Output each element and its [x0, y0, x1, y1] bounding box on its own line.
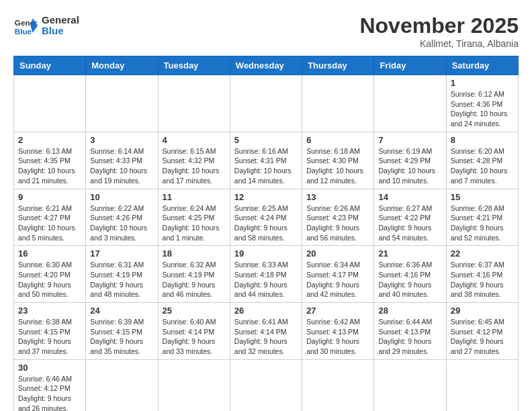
- calendar-header: SundayMondayTuesdayWednesdayThursdayFrid…: [14, 56, 519, 75]
- day-number: 2: [18, 135, 81, 145]
- week-row-2: 9Sunrise: 6:21 AM Sunset: 4:27 PM Daylig…: [14, 189, 519, 246]
- column-header-tuesday: Tuesday: [158, 56, 230, 75]
- day-number: 16: [18, 248, 81, 259]
- day-number: 28: [378, 306, 441, 316]
- day-number: 6: [306, 135, 369, 145]
- day-info: Sunrise: 6:22 AM Sunset: 4:26 PM Dayligh…: [90, 203, 153, 243]
- day-info: Sunrise: 6:36 AM Sunset: 4:16 PM Dayligh…: [378, 260, 441, 300]
- day-cell: 9Sunrise: 6:21 AM Sunset: 4:27 PM Daylig…: [14, 189, 86, 246]
- week-row-3: 16Sunrise: 6:30 AM Sunset: 4:20 PM Dayli…: [14, 246, 519, 303]
- week-row-0: 1Sunrise: 6:12 AM Sunset: 4:36 PM Daylig…: [14, 75, 519, 132]
- day-number: 26: [234, 306, 298, 316]
- day-cell: 3Sunrise: 6:14 AM Sunset: 4:33 PM Daylig…: [86, 132, 158, 189]
- location-subtitle: Kallmet, Tirana, Albania: [359, 38, 519, 49]
- column-header-sunday: Sunday: [14, 56, 86, 75]
- day-number: 19: [234, 248, 298, 259]
- day-cell: [86, 75, 158, 132]
- calendar-table: SundayMondayTuesdayWednesdayThursdayFrid…: [13, 56, 519, 411]
- day-info: Sunrise: 6:18 AM Sunset: 4:30 PM Dayligh…: [306, 146, 369, 186]
- day-number: 15: [451, 192, 514, 202]
- day-info: Sunrise: 6:20 AM Sunset: 4:28 PM Dayligh…: [451, 146, 514, 186]
- column-header-monday: Monday: [86, 56, 158, 75]
- day-info: Sunrise: 6:26 AM Sunset: 4:23 PM Dayligh…: [306, 203, 369, 243]
- day-cell: 8Sunrise: 6:20 AM Sunset: 4:28 PM Daylig…: [446, 132, 518, 189]
- day-cell: 30Sunrise: 6:46 AM Sunset: 4:12 PM Dayli…: [14, 359, 86, 411]
- day-number: 5: [234, 135, 298, 145]
- day-info: Sunrise: 6:32 AM Sunset: 4:19 PM Dayligh…: [163, 260, 226, 300]
- day-info: Sunrise: 6:39 AM Sunset: 4:15 PM Dayligh…: [90, 317, 153, 357]
- day-number: 11: [163, 192, 226, 202]
- day-cell: [230, 75, 302, 132]
- day-cell: 13Sunrise: 6:26 AM Sunset: 4:23 PM Dayli…: [302, 189, 374, 246]
- logo-general-text: General: [42, 15, 79, 26]
- column-header-friday: Friday: [374, 56, 446, 75]
- day-cell: 27Sunrise: 6:42 AM Sunset: 4:13 PM Dayli…: [302, 303, 374, 360]
- day-cell: 14Sunrise: 6:27 AM Sunset: 4:22 PM Dayli…: [374, 189, 446, 246]
- day-cell: [302, 75, 374, 132]
- logo: General Blue General Blue: [13, 13, 79, 38]
- day-cell: 16Sunrise: 6:30 AM Sunset: 4:20 PM Dayli…: [14, 246, 86, 303]
- day-info: Sunrise: 6:13 AM Sunset: 4:35 PM Dayligh…: [18, 146, 81, 186]
- day-cell: 19Sunrise: 6:33 AM Sunset: 4:18 PM Dayli…: [230, 246, 302, 303]
- day-cell: [374, 75, 446, 132]
- day-info: Sunrise: 6:19 AM Sunset: 4:29 PM Dayligh…: [378, 146, 441, 186]
- day-info: Sunrise: 6:14 AM Sunset: 4:33 PM Dayligh…: [90, 146, 153, 186]
- day-cell: 2Sunrise: 6:13 AM Sunset: 4:35 PM Daylig…: [14, 132, 86, 189]
- day-info: Sunrise: 6:41 AM Sunset: 4:14 PM Dayligh…: [234, 317, 298, 357]
- day-info: Sunrise: 6:15 AM Sunset: 4:32 PM Dayligh…: [163, 146, 226, 186]
- day-number: 27: [306, 306, 369, 316]
- day-number: 1: [451, 78, 514, 88]
- day-cell: 6Sunrise: 6:18 AM Sunset: 4:30 PM Daylig…: [302, 132, 374, 189]
- day-cell: [446, 359, 518, 411]
- day-number: 4: [163, 135, 226, 145]
- day-cell: [302, 359, 374, 411]
- day-cell: 28Sunrise: 6:44 AM Sunset: 4:13 PM Dayli…: [374, 303, 446, 360]
- day-cell: 1Sunrise: 6:12 AM Sunset: 4:36 PM Daylig…: [446, 75, 518, 132]
- day-info: Sunrise: 6:40 AM Sunset: 4:14 PM Dayligh…: [163, 317, 226, 357]
- day-number: 23: [18, 306, 81, 316]
- day-cell: [230, 359, 302, 411]
- day-cell: [158, 359, 230, 411]
- day-cell: 11Sunrise: 6:24 AM Sunset: 4:25 PM Dayli…: [158, 189, 230, 246]
- day-cell: 23Sunrise: 6:38 AM Sunset: 4:15 PM Dayli…: [14, 303, 86, 360]
- day-number: 22: [451, 248, 514, 259]
- day-number: 25: [163, 306, 226, 316]
- day-cell: 15Sunrise: 6:28 AM Sunset: 4:21 PM Dayli…: [446, 189, 518, 246]
- day-info: Sunrise: 6:42 AM Sunset: 4:13 PM Dayligh…: [306, 317, 369, 357]
- day-cell: 22Sunrise: 6:37 AM Sunset: 4:16 PM Dayli…: [446, 246, 518, 303]
- week-row-1: 2Sunrise: 6:13 AM Sunset: 4:35 PM Daylig…: [14, 132, 519, 189]
- logo-icon: General Blue: [13, 13, 38, 38]
- day-number: 9: [18, 192, 81, 202]
- day-cell: 21Sunrise: 6:36 AM Sunset: 4:16 PM Dayli…: [374, 246, 446, 303]
- day-number: 8: [451, 135, 514, 145]
- day-cell: 17Sunrise: 6:31 AM Sunset: 4:19 PM Dayli…: [86, 246, 158, 303]
- day-cell: [86, 359, 158, 411]
- day-cell: 29Sunrise: 6:45 AM Sunset: 4:12 PM Dayli…: [446, 303, 518, 360]
- day-number: 29: [451, 306, 514, 316]
- day-cell: 4Sunrise: 6:15 AM Sunset: 4:32 PM Daylig…: [158, 132, 230, 189]
- day-info: Sunrise: 6:16 AM Sunset: 4:31 PM Dayligh…: [234, 146, 298, 186]
- column-header-saturday: Saturday: [446, 56, 518, 75]
- title-section: November 2025 Kallmet, Tirana, Albania: [359, 13, 519, 49]
- day-number: 24: [90, 306, 153, 316]
- day-cell: 25Sunrise: 6:40 AM Sunset: 4:14 PM Dayli…: [158, 303, 230, 360]
- week-row-4: 23Sunrise: 6:38 AM Sunset: 4:15 PM Dayli…: [14, 303, 519, 360]
- day-cell: 7Sunrise: 6:19 AM Sunset: 4:29 PM Daylig…: [374, 132, 446, 189]
- day-number: 3: [90, 135, 153, 145]
- svg-text:Blue: Blue: [15, 27, 32, 36]
- day-cell: 5Sunrise: 6:16 AM Sunset: 4:31 PM Daylig…: [230, 132, 302, 189]
- logo-blue-text: Blue: [42, 26, 79, 37]
- day-number: 13: [306, 192, 369, 202]
- day-info: Sunrise: 6:27 AM Sunset: 4:22 PM Dayligh…: [378, 203, 441, 243]
- day-number: 20: [306, 248, 369, 259]
- day-number: 17: [90, 248, 153, 259]
- calendar-body: 1Sunrise: 6:12 AM Sunset: 4:36 PM Daylig…: [14, 75, 519, 412]
- column-header-wednesday: Wednesday: [230, 56, 302, 75]
- day-info: Sunrise: 6:24 AM Sunset: 4:25 PM Dayligh…: [163, 203, 226, 243]
- day-info: Sunrise: 6:33 AM Sunset: 4:18 PM Dayligh…: [234, 260, 298, 300]
- day-number: 21: [378, 248, 441, 259]
- day-info: Sunrise: 6:25 AM Sunset: 4:24 PM Dayligh…: [234, 203, 298, 243]
- day-info: Sunrise: 6:46 AM Sunset: 4:12 PM Dayligh…: [18, 374, 81, 411]
- page-header: General Blue General Blue November 2025 …: [13, 13, 519, 49]
- day-number: 10: [90, 192, 153, 202]
